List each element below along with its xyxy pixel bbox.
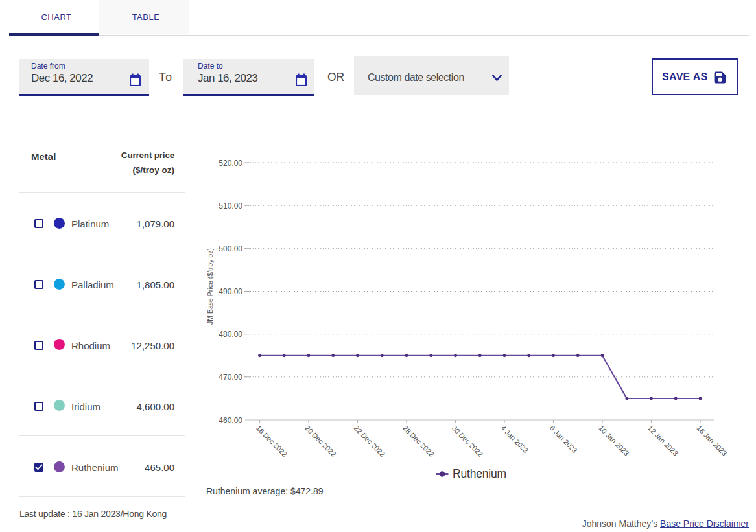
- svg-text:6 Jan 2023: 6 Jan 2023: [549, 424, 579, 454]
- svg-text:22 Dec 2022: 22 Dec 2022: [353, 424, 387, 458]
- svg-text:520.00: 520.00: [219, 159, 242, 168]
- svg-text:460.00: 460.00: [219, 416, 242, 425]
- svg-text:16 Dec 2022: 16 Dec 2022: [255, 424, 289, 458]
- svg-text:28 Dec 2022: 28 Dec 2022: [401, 424, 436, 458]
- svg-text:4 Jan 2023: 4 Jan 2023: [499, 424, 530, 454]
- svg-text:20 Dec 2022: 20 Dec 2022: [303, 424, 338, 458]
- svg-text:470.00: 470.00: [219, 373, 242, 382]
- svg-text:10 Jan 2023: 10 Jan 2023: [597, 424, 630, 457]
- svg-text:480.00: 480.00: [219, 330, 242, 339]
- svg-text:490.00: 490.00: [219, 287, 242, 296]
- svg-text:16 Jan 2023: 16 Jan 2023: [695, 424, 728, 457]
- svg-text:510.00: 510.00: [219, 202, 242, 211]
- svg-text:JM Base Price ($/troy oz): JM Base Price ($/troy oz): [206, 248, 214, 325]
- svg-text:30 Dec 2022: 30 Dec 2022: [451, 424, 485, 458]
- svg-text:500.00: 500.00: [219, 244, 242, 253]
- svg-text:12 Jan 2023: 12 Jan 2023: [646, 424, 679, 457]
